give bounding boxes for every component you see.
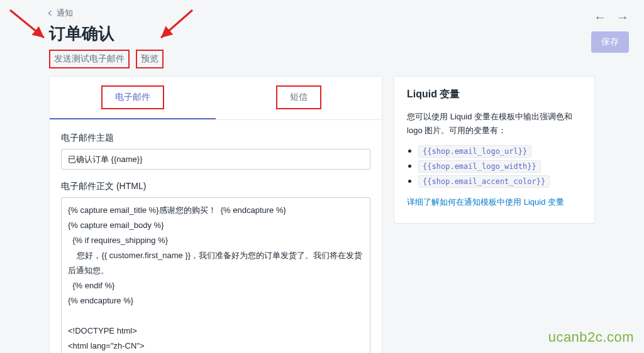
liquid-title: Liquid 变量 [407, 88, 582, 101]
breadcrumb[interactable]: 通知 [49, 8, 595, 19]
tab-sms-label: 短信 [276, 85, 321, 109]
save-button[interactable]: 保存 [591, 31, 629, 53]
subject-label: 电子邮件主题 [61, 133, 370, 144]
send-test-email-button[interactable]: 发送测试电子邮件 [49, 50, 130, 68]
tab-email[interactable]: 电子邮件 [50, 77, 216, 119]
chevron-left-icon [48, 11, 53, 16]
tab-email-label: 电子邮件 [101, 85, 164, 109]
breadcrumb-label: 通知 [57, 8, 73, 19]
var-code: {{shop.email_logo_width}} [418, 160, 541, 173]
body-textarea[interactable] [61, 197, 370, 353]
tab-sms[interactable]: 短信 [216, 77, 382, 119]
list-item: {{shop.email_logo_url}} [418, 145, 582, 156]
liquid-learn-more-link[interactable]: 详细了解如何在通知模板中使用 Liquid 变量 [407, 195, 582, 209]
next-arrow-icon[interactable]: → [616, 10, 629, 24]
email-editor-card: 电子邮件 短信 电子邮件主题 电子邮件正文 (HTML) [49, 76, 382, 353]
tabs: 电子邮件 短信 [50, 77, 382, 120]
liquid-var-list: {{shop.email_logo_url}} {{shop.email_log… [407, 145, 582, 187]
nav-arrows: ← → [594, 10, 629, 24]
watermark: ucanb2c.com [548, 329, 634, 345]
list-item: {{shop.email_logo_width}} [418, 160, 582, 171]
subject-input[interactable] [61, 149, 370, 170]
prev-arrow-icon[interactable]: ← [594, 10, 606, 24]
liquid-desc: 您可以使用 Liquid 变量在模板中输出强调色和 logo 图片。可用的变量有… [407, 110, 582, 138]
page-title: 订单确认 [49, 23, 595, 45]
var-code: {{shop.email_accent_color}} [418, 175, 550, 188]
list-item: {{shop.email_accent_color}} [418, 175, 582, 187]
var-code: {{shop.email_logo_url}} [418, 145, 531, 158]
preview-button[interactable]: 预览 [136, 50, 164, 68]
body-label: 电子邮件正文 (HTML) [61, 181, 370, 192]
liquid-variables-card: Liquid 变量 您可以使用 Liquid 变量在模板中输出强调色和 logo… [394, 76, 595, 224]
